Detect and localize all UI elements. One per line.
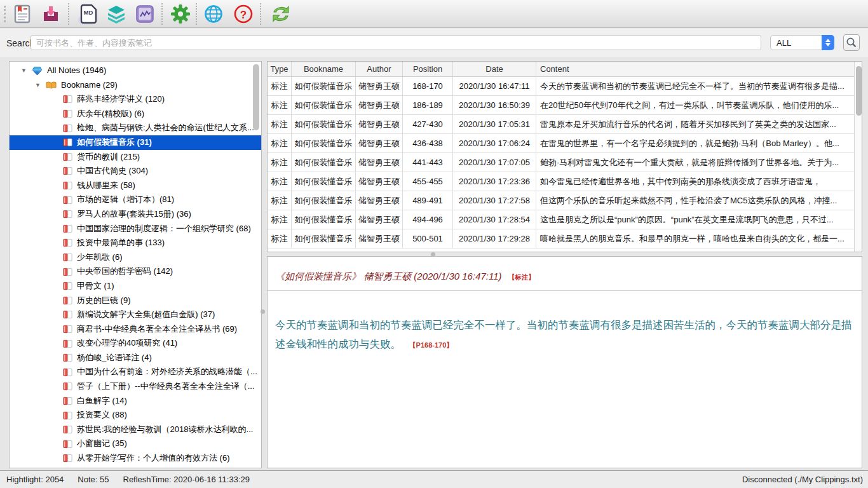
- table-cell: 今天的节奏蓝调和当初的节奏蓝调已经完全不一样了。当初的节奏蓝调有很多是描...: [536, 77, 862, 95]
- table-row[interactable]: 标注如何假装懂音乐储智勇王硕427-4302020/1/30 17:05:31雷…: [268, 115, 862, 134]
- table-row[interactable]: 标注如何假装懂音乐储智勇王硕500-5012020/1/30 17:29:28嘻…: [268, 229, 862, 248]
- tree-item-bookname-group[interactable]: ▼ Bookname (29): [10, 78, 261, 93]
- sidebar-scrollbar-thumb[interactable]: [253, 64, 259, 130]
- web-button[interactable]: [203, 3, 224, 25]
- table-cell: 2020/1/30 17:07:05: [453, 153, 536, 172]
- magnifier-icon: [846, 37, 857, 48]
- tree-item-book[interactable]: 从零开始学写作：个人增值的有效方法 (6): [10, 451, 261, 466]
- tree-item-label: 罗马人的故事(套装共15册) (36): [77, 207, 191, 222]
- tree-item-book[interactable]: 市场的逻辑（增订本）(81): [10, 193, 261, 207]
- detail-date: (2020/1/30 16:47:11): [414, 271, 501, 281]
- detail-type-badge: 【标注】: [508, 273, 535, 281]
- help-button[interactable]: ?: [233, 3, 254, 25]
- red-book-icon: [63, 353, 72, 362]
- disclosure-triangle-icon[interactable]: ▼: [21, 64, 27, 78]
- statistics-button[interactable]: [134, 3, 156, 25]
- tree-item-book[interactable]: 新编说文解字大全集(超值白金版) (37): [10, 308, 261, 322]
- tree-item-book[interactable]: 中央帝国的哲学密码 (142): [10, 264, 261, 279]
- detail-position-badge: 【P168-170】: [409, 341, 454, 349]
- toolbar-separator: [161, 3, 163, 25]
- red-book-icon: [63, 396, 72, 405]
- tree-item-label: 历史的巨镜 (9): [77, 294, 131, 308]
- search-button[interactable]: [843, 34, 860, 51]
- table-scrollbar[interactable]: [854, 62, 862, 252]
- table-row[interactable]: 标注如何假装懂音乐储智勇王硕186-1892020/1/30 16:50:39在…: [268, 96, 862, 115]
- table-row[interactable]: 标注如何假装懂音乐储智勇王硕441-4432020/1/30 17:07:05鲍…: [268, 153, 862, 172]
- tree-item-book[interactable]: 薛兆丰经济学讲义 (120): [10, 92, 261, 107]
- tree-item-label: 商君书-中华经典名著全本全注全译丛书 (69): [77, 322, 237, 337]
- tree-item-book[interactable]: 投资中最简单的事 (133): [10, 236, 261, 250]
- table-row[interactable]: 标注如何假装懂音乐储智勇王硕168-1702020/1/30 16:47:11今…: [268, 77, 862, 96]
- settings-button[interactable]: [170, 3, 191, 25]
- notes-table: TypeBooknameAuthorPositionDateContent 标注…: [267, 61, 862, 252]
- tree-item-book[interactable]: 管子（上下册）--中华经典名著全本全注全译（...: [10, 379, 261, 394]
- tree-item-book[interactable]: 枪炮、病菌与钢铁:人类社会的命运(世纪人文系...: [10, 121, 261, 135]
- table-cell: 嘻哈就是黑人的朋克音乐。和最早的朋克一样，嘻哈也是来自街头的文化，都是一...: [536, 229, 862, 248]
- table-row[interactable]: 标注如何假装懂音乐储智勇王硕489-4912020/1/30 17:27:58但…: [268, 191, 862, 210]
- chevron-up-icon: [825, 39, 831, 42]
- sync-button[interactable]: [270, 3, 292, 25]
- table-cell: 储智勇王硕: [356, 172, 403, 191]
- toolbar-separator: [68, 3, 69, 25]
- table-row[interactable]: 标注如何假装懂音乐储智勇王硕455-4552020/1/30 17:23:36如…: [268, 172, 862, 191]
- tree-item-book[interactable]: 历史的巨镜 (9): [10, 294, 261, 308]
- table-row[interactable]: 标注如何假装懂音乐储智勇王硕436-4382020/1/30 17:06:24在…: [268, 134, 862, 153]
- table-scrollbar-thumb[interactable]: [856, 66, 862, 116]
- tree-item-label: 小窗幽记 (35): [77, 437, 127, 451]
- column-header-type[interactable]: Type: [268, 62, 292, 76]
- layers-export-button[interactable]: [105, 3, 127, 25]
- tree-item-label: 投资要义 (88): [77, 408, 127, 423]
- table-body: 标注如何假装懂音乐储智勇王硕168-1702020/1/30 16:47:11今…: [268, 77, 862, 248]
- tree-item-label: 市场的逻辑（增订本）(81): [77, 193, 174, 207]
- filter-dropdown[interactable]: ALL: [770, 35, 834, 50]
- book-list: 薛兆丰经济学讲义 (120) 庆余年(精校版) (6) 枪炮、病菌与钢铁:人类社…: [10, 92, 261, 465]
- disclosure-triangle-icon[interactable]: ▼: [35, 78, 41, 93]
- tree-item-book[interactable]: 中国国家治理的制度逻辑：一个组织学研究 (68): [10, 222, 261, 236]
- tree-item-book[interactable]: 少年凯歌 (6): [10, 250, 261, 265]
- help-icon: ?: [233, 4, 254, 24]
- tree-item-book[interactable]: 小窗幽记 (35): [10, 437, 261, 451]
- tree-item-book[interactable]: 苏世民:我的经验与教训（2018读桥水达利欧的...: [10, 423, 261, 437]
- tree-item-book[interactable]: 钱从哪里来 (58): [10, 179, 261, 193]
- tree-item-book[interactable]: 庆余年(精校版) (6): [10, 107, 261, 121]
- red-book-icon: [63, 124, 72, 133]
- table-cell: 2020/1/30 16:50:39: [453, 96, 536, 114]
- notes-document-button[interactable]: [11, 3, 33, 25]
- search-input[interactable]: [31, 35, 761, 50]
- tree-item-book[interactable]: 杨伯峻_论语译注 (4): [10, 351, 261, 365]
- tree-item-book[interactable]: 货币的教训 (215): [10, 150, 261, 165]
- notes-document-icon: [12, 4, 32, 24]
- tree-item-book[interactable]: 如何假装懂音乐 (31): [10, 135, 261, 150]
- tree-item-book[interactable]: 甲骨文 (1): [10, 279, 261, 294]
- vertical-splitter-handle-icon[interactable]: [261, 309, 265, 314]
- column-header-date[interactable]: Date: [453, 62, 536, 76]
- tree-item-book[interactable]: 中国古代简史 (304): [10, 164, 261, 179]
- table-cell: 储智勇王硕: [356, 229, 403, 248]
- note-detail-pane: 《如何假装懂音乐》 储智勇王硕 (2020/1/30 16:47:11) 【标注…: [267, 256, 862, 468]
- tree-item-book[interactable]: 罗马人的故事(套装共15册) (36): [10, 207, 261, 222]
- red-book-icon: [63, 152, 72, 161]
- tree-item-book[interactable]: 改变心理学的40项研究 (41): [10, 336, 261, 351]
- detail-divider: [268, 290, 862, 291]
- column-header-bookname[interactable]: Bookname: [292, 62, 356, 76]
- column-header-position[interactable]: Position: [403, 62, 453, 76]
- table-cell: 储智勇王硕: [356, 210, 403, 229]
- tree-item-book[interactable]: 投资要义 (88): [10, 408, 261, 423]
- tree-item-label: All Notes (1946): [47, 64, 106, 78]
- tree-item-label: 新编说文解字大全集(超值白金版) (37): [77, 308, 215, 322]
- tree-item-all-notes[interactable]: ▼ All Notes (1946): [10, 64, 261, 78]
- tree-item-book[interactable]: 白鱼解字 (14): [10, 394, 261, 409]
- column-header-author[interactable]: Author: [356, 62, 403, 76]
- tree-item-book[interactable]: 中国为什么有前途：对外经济关系的战略潜能（...: [10, 365, 261, 379]
- book-tree: ▼ All Notes (1946) ▼: [10, 62, 261, 466]
- tree-item-book[interactable]: 商君书-中华经典名著全本全注全译丛书 (69): [10, 322, 261, 337]
- tree-item-label: 管子（上下册）--中华经典名著全本全注全译（...: [77, 379, 255, 394]
- markdown-export-button[interactable]: MD: [77, 3, 98, 25]
- table-row[interactable]: 标注如何假装懂音乐储智勇王硕494-4962020/1/30 17:28:54这…: [268, 210, 862, 229]
- table-cell: 如何假装懂音乐: [292, 229, 356, 248]
- table-cell: 标注: [268, 77, 292, 95]
- table-cell: 2020/1/30 17:06:24: [453, 134, 536, 152]
- toolbar-drag-handle[interactable]: [4, 6, 6, 22]
- column-header-content[interactable]: Content: [536, 62, 862, 76]
- import-button[interactable]: [40, 3, 62, 25]
